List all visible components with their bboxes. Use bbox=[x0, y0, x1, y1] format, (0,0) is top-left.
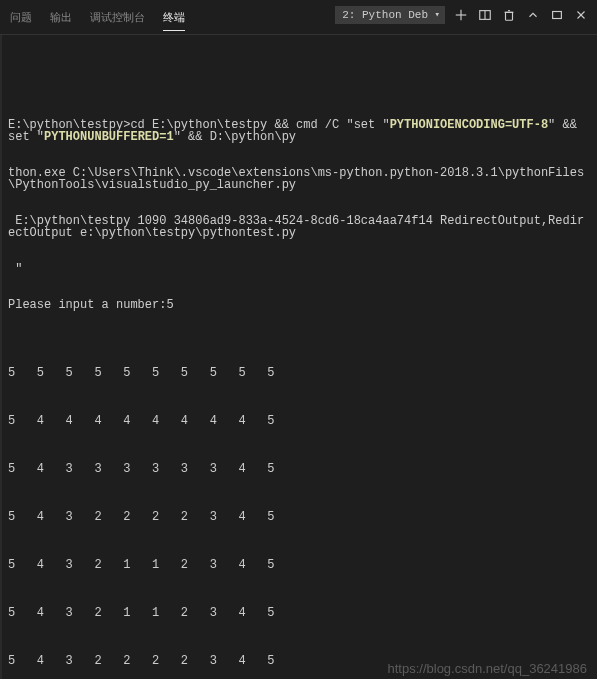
tab-output[interactable]: 输出 bbox=[50, 4, 72, 31]
env-highlight: PYTHONIOENCODING=UTF-8 bbox=[390, 118, 548, 132]
tab-debug-console[interactable]: 调试控制台 bbox=[90, 4, 145, 31]
grid-row: 5 4 3 2 1 1 2 3 4 5 bbox=[8, 601, 589, 625]
terminal-command-line: E:\python\testpy 1090 34806ad9-833a-4524… bbox=[8, 215, 589, 239]
new-terminal-icon[interactable] bbox=[453, 7, 469, 23]
restore-panel-icon[interactable] bbox=[549, 7, 565, 23]
maximize-panel-icon[interactable] bbox=[525, 7, 541, 23]
close-panel-icon[interactable] bbox=[573, 7, 589, 23]
watermark-text: https://blog.csdn.net/qq_36241986 bbox=[388, 661, 588, 676]
kill-terminal-icon[interactable] bbox=[501, 7, 517, 23]
panel-tabs: 问题 输出 调试控制台 终端 bbox=[10, 4, 185, 31]
terminal-line bbox=[8, 77, 589, 95]
split-terminal-icon[interactable] bbox=[477, 7, 493, 23]
terminal-selector[interactable]: 2: Python Deb bbox=[335, 6, 445, 24]
cmd-text: " && D:\python\py bbox=[174, 130, 296, 144]
panel-left-border bbox=[0, 0, 2, 679]
terminal-command-line: " bbox=[8, 263, 589, 275]
grid-row: 5 4 3 3 3 3 3 3 4 5 bbox=[8, 457, 589, 481]
terminal-output[interactable]: E:\python\testpy>cd E:\python\testpy && … bbox=[0, 35, 597, 679]
panel-toolbar: 2: Python Deb bbox=[335, 6, 589, 24]
grid-row: 5 5 5 5 5 5 5 5 5 5 bbox=[8, 361, 589, 385]
grid-row: 5 4 3 2 2 2 2 3 4 5 bbox=[8, 505, 589, 529]
terminal-command-line: E:\python\testpy>cd E:\python\testpy && … bbox=[8, 119, 589, 143]
tab-problems[interactable]: 问题 bbox=[10, 4, 32, 31]
panel-header: 问题 输出 调试控制台 终端 2: Python Deb bbox=[0, 0, 597, 35]
input-prompt: Please input a number:5 bbox=[8, 299, 589, 311]
output-grid: 5 5 5 5 5 5 5 5 5 5 5 4 4 4 4 4 4 4 4 5 … bbox=[8, 337, 589, 679]
grid-row: 5 4 3 2 1 1 2 3 4 5 bbox=[8, 553, 589, 577]
tab-terminal[interactable]: 终端 bbox=[163, 4, 185, 31]
env-highlight: PYTHONUNBUFFERED=1 bbox=[44, 130, 174, 144]
terminal-command-line: thon.exe C:\Users\Think\.vscode\extensio… bbox=[8, 167, 589, 191]
grid-row: 5 4 4 4 4 4 4 4 4 5 bbox=[8, 409, 589, 433]
svg-rect-6 bbox=[553, 12, 562, 19]
